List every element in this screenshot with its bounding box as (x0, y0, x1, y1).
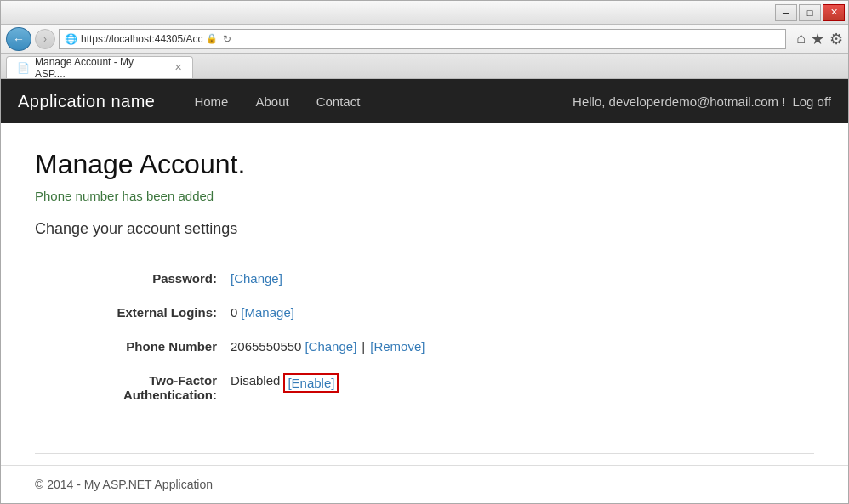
nav-right: Hello, developerdemo@hotmail.com ! Log o… (573, 94, 831, 109)
logoff-link[interactable]: Log off (792, 94, 831, 109)
address-bar[interactable]: 🌐 https://localhost:44305/Acc 🔒 ↻ (59, 29, 786, 49)
password-change-link[interactable]: [Change] (231, 271, 282, 286)
browser-toolbar-icons: ⌂ ★ ⚙ (789, 30, 843, 48)
forward-button[interactable]: › (35, 29, 55, 49)
user-greeting: Hello, developerdemo@hotmail.com ! (573, 94, 792, 109)
phone-number-text: 2065550550 (231, 339, 301, 354)
password-value: [Change] (231, 269, 282, 286)
phone-number-value: 2065550550 [Change] | [Remove] (231, 337, 424, 354)
lock-icon: 🔒 (206, 33, 218, 44)
external-logins-manage-link[interactable]: [Manage] (241, 305, 294, 320)
favorites-icon[interactable]: ★ (811, 30, 824, 48)
two-factor-enable-link[interactable]: [Enable] (283, 373, 339, 393)
tab-close-icon[interactable]: ✕ (174, 62, 182, 73)
pipe-separator: | (360, 339, 367, 354)
page-content: Manage Account. Phone number has been ad… (1, 123, 848, 465)
success-message: Phone number has been added (35, 189, 814, 203)
title-bar: ─ □ ✕ (1, 1, 848, 25)
browser-nav-bar: ← › 🌐 https://localhost:44305/Acc 🔒 ↻ ⌂ … (1, 25, 848, 54)
nav-contact[interactable]: Contact (303, 79, 374, 123)
two-factor-status: Disabled (231, 373, 280, 388)
settings-icon[interactable]: ⚙ (829, 30, 843, 48)
external-logins-label: External Logins: (86, 303, 231, 320)
page-title: Manage Account. (35, 149, 814, 180)
phone-number-label: Phone Number (86, 337, 231, 354)
maximize-button[interactable]: □ (799, 4, 821, 21)
refresh-icon[interactable]: ↻ (223, 33, 231, 45)
tab-bar: 📄 Manage Account - My ASP.... ✕ (1, 54, 848, 79)
active-tab[interactable]: 📄 Manage Account - My ASP.... ✕ (6, 56, 193, 78)
close-button[interactable]: ✕ (823, 4, 845, 21)
two-factor-value: Disabled [Enable] (231, 371, 339, 393)
phone-number-row: Phone Number 2065550550 [Change] | [Remo… (86, 337, 814, 361)
back-button[interactable]: ← (6, 27, 31, 51)
phone-remove-link[interactable]: [Remove] (370, 339, 424, 354)
footer: © 2014 - My ASP.NET Application (1, 465, 848, 503)
settings-table: Password: [Change] External Logins: 0 [M… (86, 269, 814, 402)
footer-text: © 2014 - My ASP.NET Application (35, 478, 213, 491)
nav-about[interactable]: About (242, 79, 302, 123)
app-frame: Application name Home About Contact Hell… (1, 79, 848, 503)
section-title: Change your account settings (35, 220, 814, 238)
address-text: https://localhost:44305/Acc (81, 33, 202, 45)
nav-home[interactable]: Home (180, 79, 242, 123)
external-logins-value: 0 [Manage] (231, 303, 294, 320)
two-factor-label: Two-Factor Authentication: (86, 371, 231, 402)
tab-favicon: 📄 (17, 62, 30, 74)
external-logins-count: 0 (231, 305, 237, 320)
home-icon[interactable]: ⌂ (796, 30, 806, 48)
nav-links: Home About Contact (180, 79, 573, 123)
password-label: Password: (86, 269, 231, 286)
footer-divider (35, 453, 814, 454)
two-factor-row: Two-Factor Authentication: Disabled [Ena… (86, 371, 814, 402)
app-brand[interactable]: Application name (18, 92, 155, 111)
window-controls: ─ □ ✕ (775, 4, 845, 21)
phone-change-link[interactable]: [Change] (305, 339, 356, 354)
minimize-button[interactable]: ─ (775, 4, 797, 21)
external-logins-row: External Logins: 0 [Manage] (86, 303, 814, 327)
tab-title: Manage Account - My ASP.... (35, 56, 166, 80)
app-navbar: Application name Home About Contact Hell… (1, 79, 848, 123)
password-row: Password: [Change] (86, 269, 814, 293)
divider (35, 252, 814, 252)
page-icon: 🌐 (65, 33, 77, 45)
